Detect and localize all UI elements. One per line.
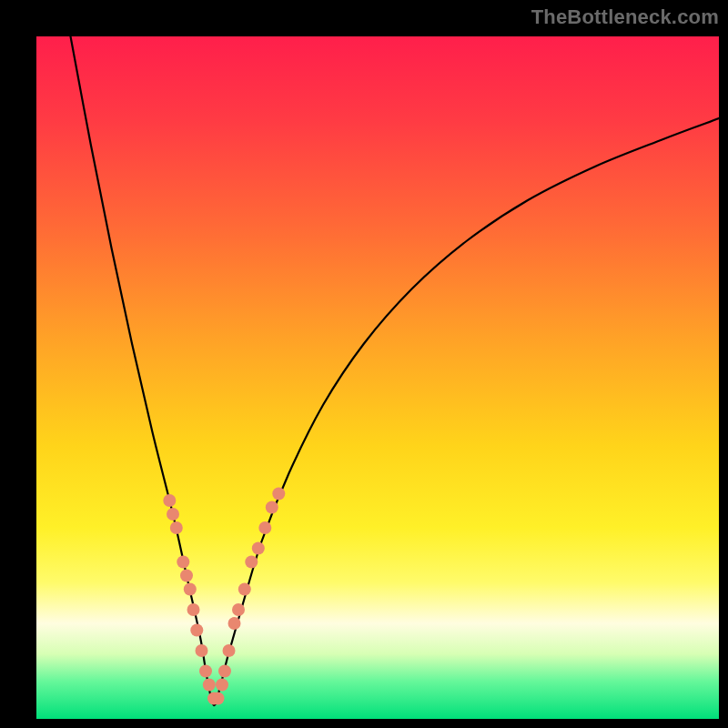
marker-dot xyxy=(238,583,251,596)
marker-dot xyxy=(187,603,200,616)
curve-markers xyxy=(163,488,285,705)
marker-dot xyxy=(199,665,212,678)
marker-dot xyxy=(167,508,179,521)
marker-dot xyxy=(203,679,216,692)
marker-dot xyxy=(184,583,197,596)
marker-dot xyxy=(272,488,285,500)
plot-area xyxy=(36,36,719,719)
marker-dot xyxy=(218,665,231,678)
bottleneck-curve xyxy=(71,36,720,705)
marker-dot xyxy=(216,679,228,692)
marker-dot xyxy=(245,556,258,569)
marker-dot xyxy=(190,624,203,637)
marker-dot xyxy=(228,617,241,630)
marker-dot xyxy=(196,644,208,657)
app-frame: TheBottleneck.com xyxy=(0,0,728,728)
marker-dot xyxy=(252,542,265,555)
watermark-text: TheBottleneck.com xyxy=(531,5,719,29)
marker-dot xyxy=(177,556,189,569)
marker-dot xyxy=(163,494,176,507)
marker-dot xyxy=(232,603,245,616)
marker-dot xyxy=(223,644,236,657)
marker-dot xyxy=(170,521,183,534)
marker-dot xyxy=(258,521,271,534)
marker-dot xyxy=(180,570,193,582)
marker-dot xyxy=(212,693,225,705)
chart-svg xyxy=(36,36,719,719)
marker-dot xyxy=(266,501,278,514)
